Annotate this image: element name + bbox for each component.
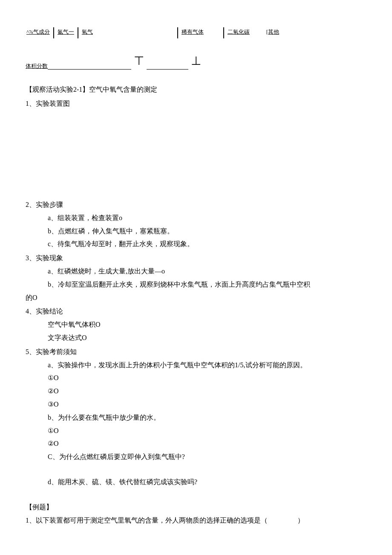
section-3-heading: 3、实验现象	[26, 252, 366, 264]
section-5-heading: 5、实验考前须知	[26, 346, 366, 358]
cell-component: ^⅞气成分	[26, 27, 51, 37]
observation-3a: a、红磷燃烧时，生成大量,放出大量—o	[26, 265, 366, 278]
cell-oxygen: 氧气	[81, 27, 94, 37]
divider-icon	[78, 27, 78, 38]
conclusion-line2: 文字表达式O	[26, 332, 366, 344]
step-2c: c、待集气瓶冷却至时，翻开止水夹，观察现象。	[26, 238, 366, 250]
note-5c: C、为什么点燃红磷后要立即伸入到集气瓶中?	[26, 451, 366, 463]
experiment-title: 【观察活动实验2-1】空气中氧气含量的测定	[26, 84, 366, 96]
observation-3b: b、冷却至室温后翻开止水夹，观察到烧杯中水集气瓶，水面上升高度约占集气瓶中空积	[26, 279, 366, 291]
note-5a: a、实验操作中，发现水面上升的体积小于集气瓶中空气体积的1/5,试分析可能的原因…	[26, 359, 366, 372]
cell-co2: 二氧化碳	[227, 27, 251, 37]
note-5a-1: ①O	[26, 372, 366, 384]
diagram-placeholder	[26, 112, 366, 197]
example-q1-close: ）	[297, 517, 304, 524]
note-5b-2: ②O	[26, 438, 366, 450]
example-q1-text: 1、以下装置都可用于测定空气里氧气的含量，外人两物质的选择正确的选项是（	[26, 517, 268, 524]
section-4-heading: 4、实验结论	[26, 305, 366, 318]
divider-icon	[53, 27, 54, 38]
table-header-row: ^⅞气成分 氮气一 氧气 稀有气体 二氧化碳 [其他	[26, 26, 366, 37]
cell-noble-gas: 稀有气体	[181, 27, 205, 37]
conclusion-line1: 空气中氧气体积O	[26, 319, 366, 331]
section-2-heading: 2、实验步骤	[26, 199, 366, 211]
note-5a-2: ②O	[26, 385, 366, 398]
step-2b: b、点燃红磷，伸入集气瓶中，塞紧瓶塞。	[26, 225, 366, 238]
section-1-heading: 1、实验装置图	[26, 98, 366, 110]
example-q1: 1、以下装置都可用于测定空气里氧气的含量，外人两物质的选择正确的选项是（）	[26, 514, 366, 527]
cell-volume-fraction: 体积分数	[26, 61, 48, 71]
divider-icon	[223, 27, 224, 38]
note-5d: d、能用木炭、硫、镁、铁代替红磷完成该实验吗?	[26, 476, 366, 488]
cell-nitrogen: 氮气一	[57, 27, 75, 37]
observation-3b-tail: 的O	[26, 292, 366, 304]
divider-icon	[177, 27, 178, 38]
note-5b: b、为什么要在集气瓶中放少量的水。	[26, 412, 366, 424]
note-5b-1: ①O	[26, 425, 366, 437]
note-5a-3: ③O	[26, 398, 366, 411]
table-second-row: 体积分数 ⊤ ⊥	[26, 49, 366, 71]
step-2a: a、组装装置，检查装置o	[26, 212, 366, 224]
bracket-top-icon: ⊤	[134, 50, 144, 72]
bracket-bottom-icon: ⊥	[191, 50, 201, 72]
cell-other: [其他	[265, 27, 280, 37]
examples-heading: 【例题】	[26, 501, 366, 514]
